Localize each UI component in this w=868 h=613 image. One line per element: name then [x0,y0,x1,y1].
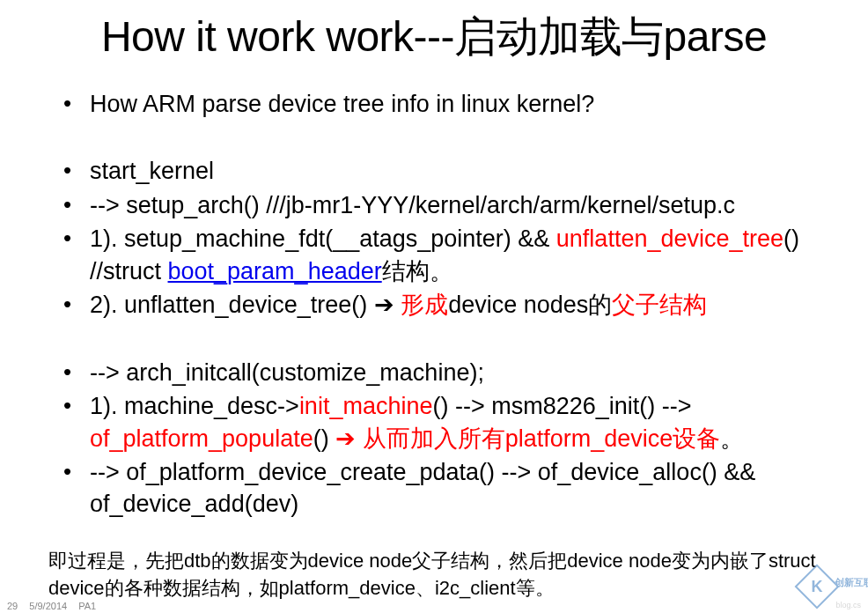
bullet-item: --> setup_arch() ///jb-mr1-YYY/kernel/ar… [70,189,815,221]
slide-meta: 29 5/9/2014 PA1 [7,601,105,611]
arrow-icon: ➔ [374,292,394,318]
arrow-icon: ➔ [335,425,356,452]
text-red: unflatten_device_tree [556,225,783,252]
slide-container: How it work work---启动加载与parse How ARM pa… [0,0,868,613]
text-red: 从而加入所有platform_device设备 [356,425,720,452]
spacer [70,323,815,355]
text-fragment: 2). unflatten_device_tree() [90,292,374,318]
text-fragment: () [313,425,335,452]
bullet-item: 2). unflatten_device_tree() ➔ 形成device n… [70,289,815,321]
bullet-item: --> arch_initcall(customize_machine); [70,357,815,388]
bullet-item: start_kernel [70,155,815,187]
text-red: 形成 [394,292,449,318]
bullet-item: --> of_platform_device_create_pdata() --… [70,456,815,521]
text-fragment: () --> msm8226_init() --> [432,393,691,419]
logo-diamond-icon [795,565,840,609]
slide-date: 5/9/2014 [29,601,67,611]
bullet-item: 1). machine_desc->init_machine() --> msm… [70,390,815,454]
watermark-text: 创新互联 [835,576,868,589]
watermark-logo: 创新互联 blog.cs [801,569,864,604]
text-red: of_platform_populate [90,425,313,452]
text-red: init_machine [299,393,433,419]
page-number: 29 [7,601,18,611]
bullet-item: How ARM parse device tree info in linux … [70,88,815,120]
text-fragment: 1). setup_machine_fdt(__atags_pointer) &… [90,225,556,252]
slide-tag: PA1 [78,601,96,611]
text-fragment: 结构。 [382,258,453,284]
bullet-item: 1). setup_machine_fdt(__atags_pointer) &… [70,223,815,287]
text-red: 父子结构 [612,292,707,318]
spacer [70,122,815,153]
text-fragment: 1). machine_desc-> [90,393,299,419]
text-fragment: 。 [720,425,744,452]
text-link: boot_param_header [168,258,382,284]
bullet-list: How ARM parse device tree info in linux … [0,0,868,522]
text-fragment: device nodes的 [448,292,612,318]
footer-paragraph: 即过程是，先把dtb的数据变为device node父子结构，然后把device… [48,548,823,602]
watermark-tiny: blog.cs [835,601,861,609]
